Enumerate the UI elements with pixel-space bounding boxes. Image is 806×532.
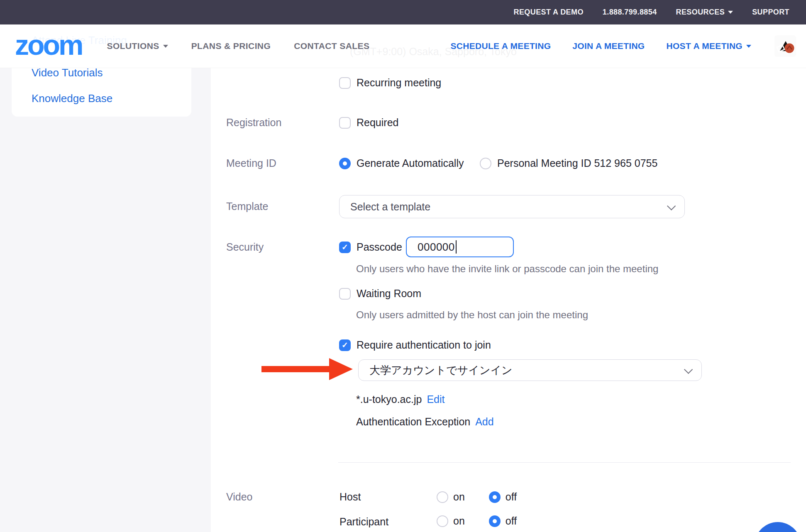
participant-video-on-label: on	[453, 515, 465, 527]
registration-label: Registration	[226, 117, 281, 129]
registration-required-label: Required	[357, 117, 398, 129]
chevron-down-icon	[684, 365, 693, 373]
request-demo-label: REQUEST A DEMO	[514, 8, 584, 17]
join-meeting-label: JOIN A MEETING	[572, 41, 645, 51]
nav-plans-pricing[interactable]: PLANS & PRICING	[191, 41, 271, 51]
generate-automatically-radio[interactable]	[339, 158, 351, 169]
registration-required-checkbox[interactable]	[339, 117, 351, 129]
resources-label: RESOURCES	[676, 8, 725, 17]
participant-label: Participant	[339, 516, 388, 528]
auth-domain-value: *.u-tokyo.ac.jp	[356, 393, 422, 405]
meeting-id-generate-option: Generate Automatically	[339, 157, 464, 169]
host-video-on-radio[interactable]	[437, 491, 448, 503]
main-nav: SOLUTIONS PLANS & PRICING CONTACT SALES	[107, 41, 370, 51]
template-select-value: Select a template	[350, 201, 430, 213]
personal-meeting-id-radio[interactable]	[480, 158, 491, 169]
caret-down-icon	[163, 45, 168, 48]
nav-solutions[interactable]: SOLUTIONS	[107, 41, 168, 51]
require-auth-checkbox[interactable]: ✓	[339, 339, 351, 351]
template-label: Template	[226, 200, 268, 212]
waiting-room-checkbox[interactable]	[339, 288, 351, 300]
registration-row: Required	[339, 117, 398, 129]
passcode-input[interactable]: 000000	[406, 237, 514, 257]
header-actions: SCHEDULE A MEETING JOIN A MEETING HOST A…	[450, 35, 796, 57]
participant-video-off-radio[interactable]	[489, 515, 501, 527]
host-video-off-radio[interactable]	[489, 491, 501, 503]
phone-number-label: 1.888.799.8854	[603, 8, 657, 17]
nav-plans-pricing-label: PLANS & PRICING	[191, 41, 271, 51]
security-label: Security	[226, 241, 264, 253]
auth-method-value: 大学アカウントでサインイン	[369, 363, 513, 378]
personal-meeting-id-label: Personal Meeting ID 512 965 0755	[497, 157, 657, 169]
profile-avatar[interactable]	[774, 35, 796, 57]
auth-exception-label: Authentication Exception	[356, 416, 470, 428]
top-utility-bar: REQUEST A DEMO 1.888.799.8854 RESOURCES …	[0, 0, 806, 24]
main-header: zoom SOLUTIONS PLANS & PRICING CONTACT S…	[0, 24, 806, 68]
red-annotation-arrow	[261, 357, 354, 381]
section-divider	[338, 462, 791, 463]
support-link[interactable]: SUPPORT	[752, 8, 789, 17]
waiting-room-row: Waiting Room	[339, 288, 421, 300]
waiting-room-label: Waiting Room	[357, 288, 421, 300]
add-exception-link[interactable]: Add	[475, 416, 493, 428]
schedule-meeting-link[interactable]: SCHEDULE A MEETING	[450, 41, 551, 51]
nav-contact-sales[interactable]: CONTACT SALES	[294, 41, 369, 51]
text-cursor	[456, 240, 457, 254]
request-demo-link[interactable]: REQUEST A DEMO	[514, 8, 584, 17]
participant-video-on-radio[interactable]	[437, 515, 448, 527]
auth-method-select[interactable]: 大学アカウントでサインイン	[358, 359, 702, 381]
recurring-meeting-checkbox[interactable]	[339, 77, 351, 89]
join-meeting-link[interactable]: JOIN A MEETING	[572, 41, 645, 51]
passcode-value: 000000	[418, 241, 455, 254]
waiting-room-help-text: Only users admitted by the host can join…	[356, 309, 588, 321]
template-select[interactable]: Select a template	[339, 195, 685, 218]
video-label: Video	[226, 491, 253, 503]
recurring-meeting-label: Recurring meeting	[357, 77, 441, 89]
host-label: Host	[339, 491, 361, 503]
require-auth-row: ✓ Require authentication to join	[339, 339, 491, 351]
chevron-down-icon	[667, 201, 676, 210]
passcode-help-text: Only users who have the invite link or p…	[356, 263, 658, 275]
host-video-options: on off	[437, 491, 517, 503]
auth-domain-row: *.u-tokyo.ac.jp Edit	[356, 393, 445, 405]
auth-exception-row: Authentication Exception Add	[356, 416, 494, 428]
passcode-checkbox[interactable]: ✓	[339, 242, 351, 253]
host-video-on-label: on	[453, 491, 465, 503]
caret-down-icon	[728, 11, 733, 14]
meeting-id-personal-option: Personal Meeting ID 512 965 0755	[480, 157, 657, 169]
edit-domain-link[interactable]: Edit	[427, 393, 445, 405]
schedule-meeting-label: SCHEDULE A MEETING	[450, 41, 551, 51]
generate-automatically-label: Generate Automatically	[357, 157, 464, 169]
meeting-id-label: Meeting ID	[226, 157, 276, 169]
zoom-logo[interactable]: zoom	[15, 31, 82, 59]
avatar-image	[774, 35, 796, 57]
zoom-schedule-meeting-page: Attend Live Training Video Tutorials Kno…	[0, 0, 806, 532]
participant-video-off-label: off	[506, 515, 517, 527]
resources-menu[interactable]: RESOURCES	[676, 8, 733, 17]
sidebar-item-video-tutorials[interactable]: Video Tutorials	[32, 66, 103, 79]
recurring-meeting-row: Recurring meeting	[339, 77, 441, 89]
sidebar-item-knowledge-base[interactable]: Knowledge Base	[32, 92, 112, 105]
nav-contact-sales-label: CONTACT SALES	[294, 41, 369, 51]
host-video-off-label: off	[506, 491, 517, 503]
passcode-label: Passcode	[357, 241, 402, 253]
host-meeting-label: HOST A MEETING	[667, 41, 742, 51]
require-auth-label: Require authentication to join	[357, 339, 491, 351]
phone-number[interactable]: 1.888.799.8854	[603, 8, 657, 17]
nav-solutions-label: SOLUTIONS	[107, 41, 159, 51]
host-meeting-menu[interactable]: HOST A MEETING	[667, 41, 751, 51]
caret-down-icon	[746, 45, 751, 48]
participant-video-options: on off	[437, 515, 517, 527]
passcode-row: ✓ Passcode	[339, 241, 402, 253]
support-label: SUPPORT	[752, 8, 789, 17]
